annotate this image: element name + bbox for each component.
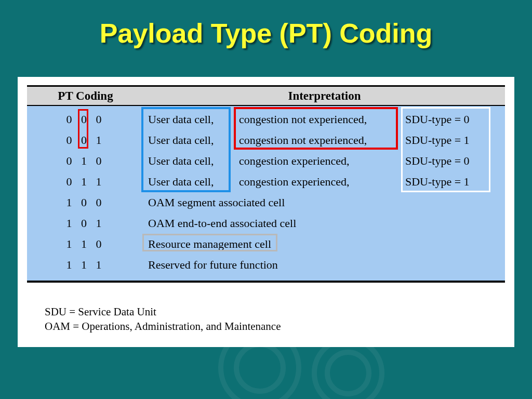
cell-interp-a: User data cell, [144,175,235,189]
table-row: 1 0 0 OAM segment associated cell [27,192,505,213]
cell-interp-c: SDU-type = 1 [401,134,489,147]
table-row: 0 0 0 User data cell, congestion not exp… [27,109,505,130]
cell-code: 0 0 1 [27,134,144,147]
legend-oam: OAM = Operations, Administration, and Ma… [45,319,281,334]
cell-interp: Resource management cell [144,237,505,251]
header-interpretation: Interpretation [144,89,505,103]
content-panel: PT Coding Interpretation 0 0 0 User data… [18,77,514,347]
cell-interp-c: SDU-type = 1 [401,175,489,189]
table-row: 0 0 1 User data cell, congestion not exp… [27,130,505,151]
cell-interp-b: congestion experienced, [235,175,401,189]
cell-code: 1 1 1 [27,258,144,272]
legend: SDU = Service Data Unit OAM = Operations… [45,304,281,334]
table-row: 1 0 1 OAM end-to-end associated cell [27,213,505,234]
cell-interp-b: congestion not experienced, [235,134,401,147]
cell-code: 0 0 0 [27,113,144,126]
cell-code: 0 1 1 [27,175,144,189]
cell-interp-b: congestion not experienced, [235,113,401,126]
slide-title: Payload Type (PT) Coding [0,0,532,49]
cell-interp-c: SDU-type = 0 [401,154,489,168]
cell-interp-a: User data cell, [144,134,235,147]
cell-interp: OAM end-to-end associated cell [144,217,505,230]
table-header-row: PT Coding Interpretation [27,85,505,106]
cell-interp: OAM segment associated cell [144,196,505,209]
table-row: 0 1 1 User data cell, congestion experie… [27,171,505,192]
cell-code: 0 1 0 [27,154,144,168]
cell-interp-a: User data cell, [144,113,235,126]
cell-interp-a: User data cell, [144,154,235,168]
cell-interp-b: congestion experienced, [235,154,401,168]
cell-code: 1 1 0 [27,237,144,251]
cell-interp: Reserved for future function [144,258,505,272]
cell-code: 1 0 0 [27,196,144,209]
table-row: 0 1 0 User data cell, congestion experie… [27,151,505,171]
pt-coding-table: PT Coding Interpretation 0 0 0 User data… [27,85,505,283]
cell-code: 1 0 1 [27,217,144,230]
legend-sdu: SDU = Service Data Unit [45,304,281,319]
header-pt-coding: PT Coding [27,89,144,103]
table-body: 0 0 0 User data cell, congestion not exp… [27,106,505,283]
table-row: 1 1 1 Reserved for future function [27,255,505,275]
table-row: 1 1 0 Resource management cell [27,234,505,255]
cell-interp-c: SDU-type = 0 [401,113,489,126]
